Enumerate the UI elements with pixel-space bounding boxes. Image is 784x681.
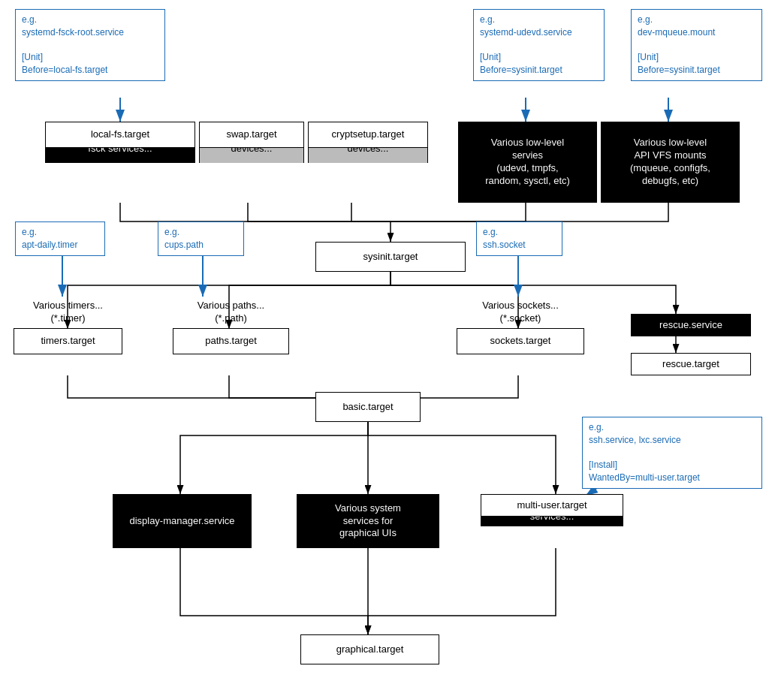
sockets-node: Various sockets...(*.socket) sockets.tar… xyxy=(457,297,584,328)
example-box-mqueue: e.g. dev-mqueue.mount [Unit] Before=sysi… xyxy=(631,9,762,81)
example-mqueue-line2: dev-mqueue.mount xyxy=(638,27,715,38)
basic-target-node: basic.target xyxy=(315,392,421,422)
example-mqueue-line5: Before=sysinit.target xyxy=(638,65,720,75)
sockets-via-label: Various sockets...(*.socket) xyxy=(482,300,559,324)
rescue-service-label: rescue.service xyxy=(659,319,722,332)
example-mqueue-line1: e.g. xyxy=(638,14,653,25)
api-vfs-node: Various low-levelAPI VFS mounts(mqueue, … xyxy=(601,122,740,203)
swap-bottom-label: swap.target xyxy=(226,128,276,141)
example-ssh-service-line4: [Install] xyxy=(589,460,617,470)
example-udevd-line2: systemd-udevd.service xyxy=(480,27,572,38)
multi-user-bottom-label: multi-user.target xyxy=(517,499,586,512)
example-box-timer: e.g. apt-daily.timer xyxy=(15,221,105,256)
example-box-udevd: e.g. systemd-udevd.service [Unit] Before… xyxy=(473,9,605,81)
example-ssh-socket-line1: e.g. xyxy=(483,227,498,237)
example-udevd-line5: Before=sysinit.target xyxy=(480,65,562,75)
cryptsetup-bottom-label: cryptsetup.target xyxy=(332,128,405,141)
example-ssh-service-line5: WantedBy=multi-user.target xyxy=(589,472,700,483)
graphical-services-node: Various systemservices forgraphical UIs xyxy=(297,494,439,548)
display-manager-label: display-manager.service xyxy=(129,515,234,528)
example-udevd-line1: e.g. xyxy=(480,14,495,25)
example-fsck-line2: systemd-fsck-root.service xyxy=(22,27,124,38)
example-cups-line2: cups.path xyxy=(164,240,204,250)
udevd-label: Various low-levelservies(udevd, tmpfs,ra… xyxy=(485,137,570,188)
example-box-ssh-socket: e.g. ssh.socket xyxy=(476,221,562,256)
example-timer-line1: e.g. xyxy=(22,227,37,237)
example-box-fsck: e.g. systemd-fsck-root.service [Unit] Be… xyxy=(15,9,165,81)
example-mqueue-line4: [Unit] xyxy=(638,52,659,62)
paths-via-label: Various paths...(*.path) xyxy=(198,300,264,324)
sockets-label: sockets.target xyxy=(490,335,551,348)
systemd-diagram: e.g. systemd-fsck-root.service [Unit] Be… xyxy=(0,0,784,681)
example-ssh-service-line1: e.g. xyxy=(589,422,604,432)
paths-node: Various paths...(*.path) paths.target xyxy=(173,297,289,328)
example-ssh-socket-line2: ssh.socket xyxy=(483,240,526,250)
rescue-target-node: rescue.target xyxy=(631,353,751,375)
example-box-ssh-service: e.g. ssh.service, lxc.service [Install] … xyxy=(582,417,762,489)
example-cups-line1: e.g. xyxy=(164,227,179,237)
example-timer-line2: apt-daily.timer xyxy=(22,240,77,250)
example-udevd-line4: [Unit] xyxy=(480,52,501,62)
timers-label: timers.target xyxy=(41,335,95,348)
example-ssh-service-line2: ssh.service, lxc.service xyxy=(589,435,681,445)
sysinit-node: sysinit.target xyxy=(315,242,466,272)
graphical-target-node: graphical.target xyxy=(300,634,439,664)
example-fsck-line5: Before=local-fs.target xyxy=(22,65,107,75)
graphical-target-label: graphical.target xyxy=(336,643,404,656)
local-fs-bottom-label: local-fs.target xyxy=(91,128,149,141)
api-vfs-label: Various low-levelAPI VFS mounts(mqueue, … xyxy=(630,137,710,188)
rescue-service-node: rescue.service xyxy=(631,314,751,336)
example-fsck-line1: e.g. xyxy=(22,14,37,25)
graphical-services-label: Various systemservices forgraphical UIs xyxy=(335,502,401,541)
basic-target-label: basic.target xyxy=(342,401,393,414)
sysinit-label: sysinit.target xyxy=(363,251,418,264)
rescue-target-label: rescue.target xyxy=(662,358,719,371)
udevd-node: Various low-levelservies(udevd, tmpfs,ra… xyxy=(458,122,597,203)
timers-via-label: Various timers...(*.timer) xyxy=(33,300,103,324)
example-fsck-line4: [Unit] xyxy=(22,52,43,62)
display-manager-node: display-manager.service xyxy=(113,494,252,548)
paths-label: paths.target xyxy=(205,335,257,348)
example-box-cups: e.g. cups.path xyxy=(158,221,244,256)
timers-node: Various timers...(*.timer) timers.target xyxy=(14,297,122,328)
